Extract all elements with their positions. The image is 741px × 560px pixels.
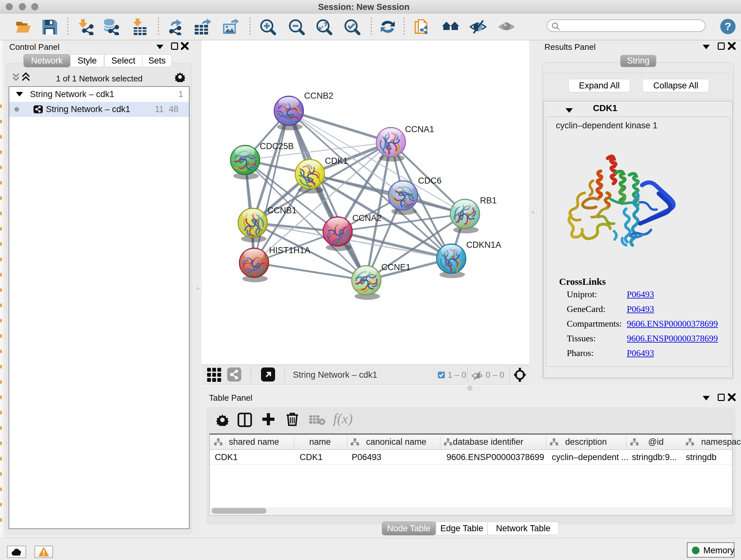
svg-text:CDC6: CDC6 (418, 176, 442, 186)
svg-text:CCNA2: CCNA2 (352, 213, 382, 223)
svg-text:CDK1: CDK1 (325, 156, 348, 166)
svg-text:CDKN1A: CDKN1A (466, 240, 501, 250)
svg-text:?: ? (725, 20, 731, 32)
svg-text:HIST1H1A: HIST1H1A (269, 246, 310, 255)
svg-text:CCNB1: CCNB1 (267, 206, 297, 215)
svg-text:CCNA1: CCNA1 (405, 125, 434, 134)
svg-text:RB1: RB1 (480, 196, 497, 205)
svg-text:CCNE1: CCNE1 (381, 262, 411, 272)
svg-text:CDC25B: CDC25B (260, 141, 294, 151)
svg-text:CCNB2: CCNB2 (304, 91, 333, 101)
